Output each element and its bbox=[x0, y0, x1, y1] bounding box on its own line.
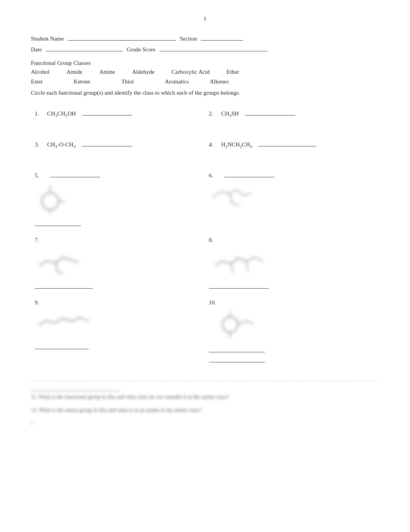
problem-10: 10. bbox=[205, 296, 379, 369]
problem-3-header: 3. CH3-O-CH3 bbox=[35, 140, 201, 149]
problem-6: 6. bbox=[205, 167, 379, 233]
problem-3-formula: CH3-O-CH3 bbox=[47, 141, 76, 149]
problem-8-structure bbox=[209, 246, 375, 281]
svg-line-29 bbox=[63, 318, 71, 321]
problem-4-answer[interactable] bbox=[258, 140, 316, 146]
svg-line-13 bbox=[56, 257, 63, 263]
svg-point-32 bbox=[222, 317, 238, 332]
svg-line-18 bbox=[215, 261, 222, 266]
svg-line-8 bbox=[244, 194, 251, 195]
problem-2-number: 2. bbox=[209, 110, 218, 117]
svg-line-14 bbox=[63, 257, 71, 260]
problem-7-header: 7. bbox=[35, 237, 201, 243]
fg-ketone: Ketone bbox=[74, 78, 90, 85]
problem-8-header: 8. bbox=[209, 237, 375, 243]
date-label: Date bbox=[31, 46, 42, 53]
problem-9-answer[interactable] bbox=[35, 343, 89, 349]
problem-9-number: 9. bbox=[35, 299, 44, 306]
problem-7-structure bbox=[35, 246, 201, 281]
svg-line-20 bbox=[231, 258, 238, 264]
fg-thiol: Thiol bbox=[121, 78, 134, 85]
problem-5-structure bbox=[35, 182, 201, 218]
problem-5-answer-top[interactable] bbox=[50, 171, 100, 177]
blurred-q-label: _________________________________ bbox=[31, 386, 120, 391]
svg-line-15 bbox=[56, 263, 57, 272]
structure-7-svg bbox=[35, 246, 89, 279]
instructions: Circle each functional group(s) and iden… bbox=[31, 90, 379, 96]
problem-4-number: 4. bbox=[209, 141, 218, 148]
svg-line-30 bbox=[71, 318, 80, 321]
fg-aldehyde: Aldehyde bbox=[132, 69, 154, 75]
functional-group-title: Functional Group Classes bbox=[31, 60, 379, 66]
header-row-1: Student Name Section bbox=[31, 34, 379, 42]
fg-ester: Ester bbox=[31, 78, 43, 85]
svg-line-5 bbox=[220, 192, 230, 194]
page-number: 1 bbox=[31, 15, 379, 22]
svg-line-17 bbox=[57, 272, 64, 274]
problem-10-structure bbox=[209, 309, 375, 342]
problem-10-answer-2[interactable] bbox=[209, 356, 265, 362]
grade-score-field[interactable] bbox=[159, 44, 268, 51]
problems-grid: 1. CH3CH2OH 2. CH3SH 3. CH3-O-CH3 4 bbox=[31, 105, 379, 369]
date-field[interactable] bbox=[46, 44, 123, 51]
problem-7: 7. bbox=[31, 233, 205, 296]
svg-line-16 bbox=[71, 260, 79, 263]
problem-5-number: 5. bbox=[35, 172, 44, 179]
fg-aromatics: Aromatics bbox=[165, 78, 189, 85]
student-name-field[interactable] bbox=[68, 34, 176, 41]
problem-3-answer[interactable] bbox=[82, 140, 132, 146]
problem-1-answer[interactable] bbox=[82, 109, 132, 116]
problem-10-number: 10. bbox=[209, 299, 218, 306]
problem-3-number: 3. bbox=[35, 141, 44, 148]
svg-line-19 bbox=[222, 261, 231, 264]
section-label: Section bbox=[180, 36, 197, 42]
header-row-2: Date Grade Score bbox=[31, 44, 379, 53]
svg-line-11 bbox=[39, 261, 46, 266]
problem-7-number: 7. bbox=[35, 237, 44, 243]
problem-4: 4. H2NCH2CH3 bbox=[205, 136, 379, 167]
problem-8: 8. bbox=[205, 233, 379, 296]
structure-8-svg bbox=[209, 246, 271, 279]
blurred-footer-text: • bbox=[31, 421, 33, 427]
problem-1: 1. CH3CH2OH bbox=[31, 105, 205, 136]
functional-group-row1: Alcohol Amide Amine Aldehyde Carboxylic … bbox=[31, 69, 379, 75]
structure-9-svg bbox=[35, 309, 97, 336]
svg-line-4 bbox=[213, 192, 220, 197]
svg-line-21 bbox=[238, 258, 247, 261]
problem-10-answer-1[interactable] bbox=[209, 346, 265, 352]
blurred-question-12: 12. What is the amine group in this and … bbox=[31, 407, 379, 413]
svg-line-23 bbox=[254, 257, 263, 261]
problem-2-answer[interactable] bbox=[245, 109, 295, 116]
fg-ether: Ether bbox=[227, 69, 239, 75]
svg-point-0 bbox=[42, 193, 59, 210]
blurred-question-line: _________________________________ bbox=[31, 385, 379, 392]
problem-6-answer-top[interactable] bbox=[224, 171, 274, 177]
functional-group-section: Functional Group Classes Alcohol Amide A… bbox=[31, 60, 379, 85]
svg-line-10 bbox=[232, 203, 240, 205]
problem-1-formula: CH3CH2OH bbox=[47, 110, 76, 118]
fg-amide: Amide bbox=[66, 69, 82, 75]
problem-5: 5. bbox=[31, 167, 205, 233]
blurred-question-11: 11. What is the functional group in this… bbox=[31, 394, 379, 400]
header-section: Student Name Section Date Grade Score bbox=[31, 34, 379, 53]
problem-9: 9. bbox=[31, 296, 205, 369]
structure-5-svg bbox=[35, 182, 73, 217]
svg-line-6 bbox=[230, 190, 236, 194]
structure-10-svg bbox=[209, 309, 259, 340]
problem-4-formula: H2NCH2CH3 bbox=[221, 141, 252, 149]
svg-line-24 bbox=[231, 264, 233, 273]
section-field[interactable] bbox=[201, 34, 243, 41]
problem-5-answer-bottom[interactable] bbox=[35, 220, 81, 226]
svg-line-35 bbox=[246, 321, 253, 324]
problem-7-answer[interactable] bbox=[35, 282, 93, 289]
problem-2-formula: CH3SH bbox=[221, 110, 239, 118]
problem-2-header: 2. CH3SH bbox=[209, 109, 375, 118]
problem-8-answer[interactable] bbox=[209, 282, 269, 289]
svg-line-26 bbox=[39, 321, 46, 325]
svg-line-7 bbox=[236, 190, 244, 195]
problem-1-number: 1. bbox=[35, 110, 44, 117]
problem-8-number: 8. bbox=[209, 237, 218, 243]
problem-10-double-answer bbox=[209, 345, 375, 362]
svg-line-25 bbox=[247, 261, 247, 272]
student-name-label: Student Name bbox=[31, 36, 64, 42]
